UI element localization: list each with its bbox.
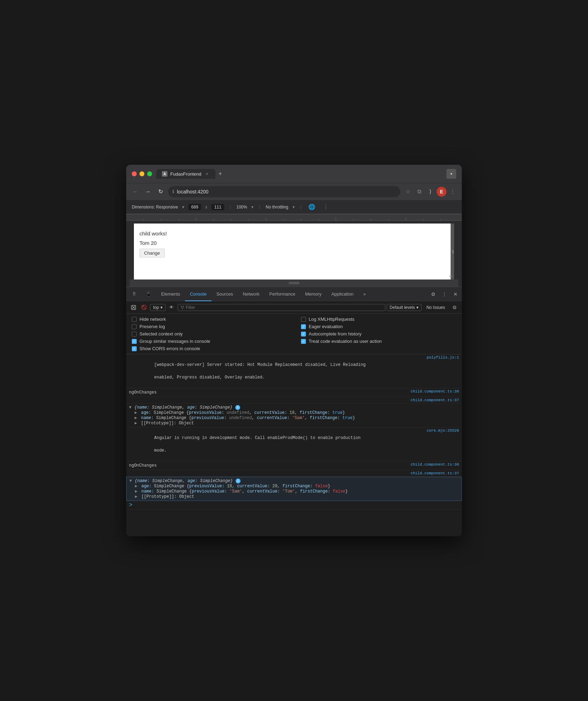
tab-close-button[interactable]: ✕: [204, 171, 210, 177]
tab-performance[interactable]: Performance: [264, 287, 300, 301]
devtools-panel: ⠿ 📱 Elements Console Sources Network Per…: [126, 286, 462, 536]
context-selector[interactable]: top ▾: [150, 304, 166, 311]
setting-eager-eval: Eager evaluation: [301, 324, 456, 329]
log-source-polyfills[interactable]: polyfills.js:1: [427, 355, 459, 360]
log-xmlhttp-checkbox[interactable]: [301, 317, 306, 322]
name-key-2: name: [141, 489, 151, 494]
minimize-window-button[interactable]: [139, 171, 144, 176]
preserve-log-checkbox[interactable]: [132, 324, 137, 329]
name-value: SimpleChange {previousValue: undefined, …: [156, 416, 355, 420]
filter-icon: ▽: [181, 305, 184, 310]
no-issues-label: No Issues: [426, 305, 445, 310]
change-button[interactable]: Change: [139, 249, 165, 257]
tab-more[interactable]: »: [358, 287, 371, 301]
prohibit-button[interactable]: 🚫: [139, 303, 149, 312]
log-entry-angular-dev: Angular is running in development mode. …: [126, 427, 462, 461]
eye-button[interactable]: 👁: [167, 303, 176, 312]
devtools-close-button[interactable]: ✕: [451, 289, 460, 299]
log-source-child-36[interactable]: child.component.ts:36: [410, 389, 459, 394]
throttling-selector[interactable]: No throttling: [266, 205, 288, 210]
devtools-more-button[interactable]: ⋮: [439, 289, 449, 299]
autocomplete-checkbox[interactable]: [301, 332, 306, 337]
expand-icon-1[interactable]: ▼: [129, 405, 131, 410]
simplechange-1-age-row: ▶ age: SimpleChange {previousValue: unde…: [135, 410, 459, 415]
divider1: |: [230, 205, 231, 210]
devtools-settings-button[interactable]: ⚙: [428, 289, 438, 299]
profile-avatar[interactable]: E: [437, 187, 446, 197]
expand-icon-2[interactable]: ▼: [129, 479, 132, 483]
height-input[interactable]: 111: [211, 204, 224, 210]
name-expand-icon-2[interactable]: ▶: [135, 489, 137, 494]
setting-treat-code: Treat code evaluation as user action: [301, 339, 456, 344]
forward-button[interactable]: →: [143, 187, 153, 197]
default-levels-chevron: ▾: [416, 305, 418, 310]
age-expand-icon-2[interactable]: ▶: [135, 484, 137, 489]
console-prompt[interactable]: >: [126, 501, 462, 510]
new-tab-button[interactable]: +: [215, 169, 225, 179]
log-source-child-37-2[interactable]: child.component.ts:37: [410, 471, 459, 475]
window-chevron-button[interactable]: ▾: [446, 169, 456, 179]
width-input[interactable]: 689: [188, 204, 201, 210]
share-button[interactable]: ⟩: [425, 187, 435, 197]
console-settings-button[interactable]: ⚙: [450, 303, 459, 312]
info-icon-2[interactable]: i: [236, 479, 241, 483]
simplechange-1-label: {name: SimpleChange, age: SimpleChange}: [134, 405, 232, 410]
address-bar[interactable]: ℹ localhost:4200: [168, 186, 400, 197]
viewport-bottom-handle[interactable]: [130, 279, 458, 286]
viewport-resize-handle[interactable]: ▐: [451, 224, 454, 279]
setting-selected-context: Selected context only: [132, 331, 287, 337]
age-expand-icon[interactable]: ▶: [135, 410, 137, 415]
group-similar-checkbox[interactable]: [132, 339, 137, 344]
clear-console-button[interactable]: [129, 303, 138, 312]
close-window-button[interactable]: [132, 171, 137, 176]
default-levels-button[interactable]: Default levels ▾: [387, 304, 422, 311]
log-source-child-37-1[interactable]: child.component.ts:37: [410, 398, 459, 402]
setting-autocomplete: Autocomplete from history: [301, 331, 456, 337]
info-icon-1[interactable]: i: [235, 405, 240, 410]
screenshot-button[interactable]: ⧉: [414, 187, 424, 197]
dimensions-label: Dimensions: Responsive: [132, 205, 178, 210]
bookmark-button[interactable]: ☆: [403, 187, 413, 197]
maximize-window-button[interactable]: [147, 171, 152, 176]
browser-menu-button[interactable]: ⋮: [448, 187, 458, 197]
selected-context-checkbox[interactable]: [132, 332, 137, 337]
treat-code-checkbox[interactable]: [301, 339, 306, 344]
no-issues-badge[interactable]: No Issues: [423, 304, 449, 311]
eager-eval-checkbox[interactable]: [301, 324, 306, 329]
simplechange-2-proto-row: ▶ [[Prototype]]: Object: [135, 494, 459, 499]
log-source-core[interactable]: core.mjs:25520: [427, 429, 459, 433]
hide-network-checkbox[interactable]: [132, 317, 137, 322]
handle-line-2: [289, 283, 299, 284]
back-button[interactable]: ←: [130, 187, 140, 197]
tab-memory[interactable]: Memory: [300, 287, 327, 301]
zoom-selector[interactable]: 100%: [236, 205, 247, 210]
name-age-text: Tom 20: [139, 240, 449, 246]
eager-eval-label: Eager evaluation: [309, 324, 343, 329]
browser-tab-active[interactable]: A FudaoFrontend ✕: [156, 169, 215, 179]
resize-dots: ▐: [451, 250, 453, 253]
clear-icon: [131, 305, 136, 310]
tab-network[interactable]: Network: [238, 287, 265, 301]
tab-bar: A FudaoFrontend ✕ +: [156, 169, 442, 179]
proto-expand-icon-1[interactable]: ▶: [135, 421, 137, 426]
tab-sources[interactable]: Sources: [211, 287, 238, 301]
cors-errors-checkbox[interactable]: [132, 346, 137, 351]
responsive-more-button[interactable]: ⋮: [321, 202, 331, 212]
log-source-child-36-2[interactable]: child.component.ts:36: [410, 462, 459, 467]
tab-device[interactable]: 📱: [141, 287, 156, 301]
tab-console[interactable]: Console: [185, 287, 211, 301]
filter-input[interactable]: [186, 305, 382, 310]
console-log-area[interactable]: [webpack-dev-server] Server started: Hot…: [126, 354, 462, 536]
tab-elements[interactable]: Elements: [156, 287, 185, 301]
network-conditions-button[interactable]: 🌐: [307, 202, 317, 212]
setting-hide-network: Hide network: [132, 317, 287, 322]
nav-bar: ← → ↻ ℹ localhost:4200 ☆ ⧉ ⟩ E ⋮: [126, 183, 462, 200]
viewport-area: child works! Tom 20 Change ▐ ✏: [134, 224, 454, 279]
proto-expand-icon-2[interactable]: ▶: [135, 494, 137, 499]
tab-application[interactable]: Application: [327, 287, 359, 301]
name-expand-icon[interactable]: ▶: [135, 416, 137, 420]
divider3: |: [300, 205, 301, 210]
browser-window: A FudaoFrontend ✕ + ▾ ← → ↻ ℹ localhost:…: [126, 165, 462, 536]
refresh-button[interactable]: ↻: [156, 187, 165, 197]
tab-panels[interactable]: ⠿: [128, 287, 141, 301]
